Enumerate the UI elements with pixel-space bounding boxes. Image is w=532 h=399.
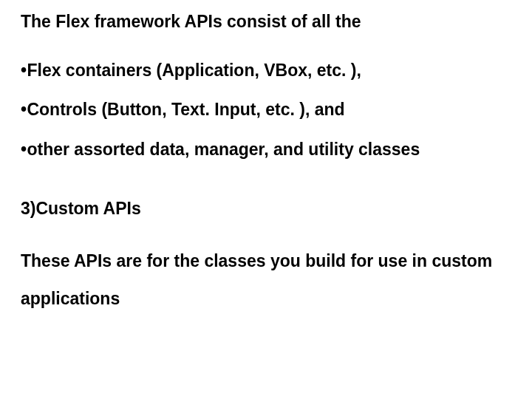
heading-text: The Flex framework APIs consist of all t…	[21, 6, 511, 38]
section-heading: 3)Custom APIs	[21, 193, 511, 225]
bullet-item: Controls (Button, Text. Input, etc. ), a…	[21, 94, 511, 126]
slide-content: The Flex framework APIs consist of all t…	[0, 0, 532, 318]
paragraph-text: These APIs are for the classes you build…	[21, 242, 511, 317]
bullet-item: other assorted data, manager, and utilit…	[21, 134, 511, 166]
bullet-item: Flex containers (Application, VBox, etc.…	[21, 55, 511, 87]
